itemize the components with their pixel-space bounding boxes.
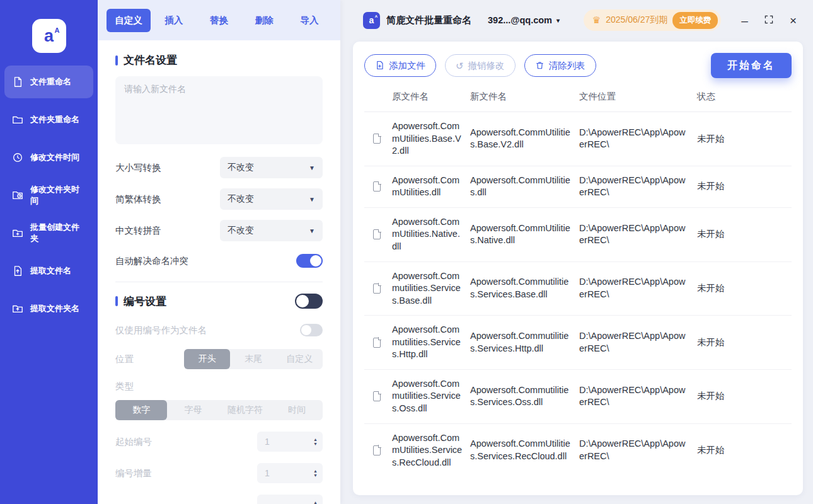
start-rename-button[interactable]: 开始命名 — [711, 53, 792, 78]
table-row[interactable]: Apowersoft.Commutilities.Services.Http.d… — [364, 316, 792, 370]
tab-delete[interactable]: 删除 — [242, 9, 286, 32]
add-files-button[interactable]: 添加文件 — [364, 54, 436, 77]
type-option-number[interactable]: 数字 — [115, 400, 167, 420]
minimize-button[interactable]: – — [741, 14, 748, 26]
status-label: 未开始 — [697, 336, 792, 349]
status-label: 未开始 — [697, 133, 792, 146]
account-menu[interactable]: 392...@qq.com ▾ — [488, 15, 560, 25]
new-filename: Apowersoft.CommUtilities.Base.V2.dll — [470, 127, 579, 151]
sidebar-item-extract-filenames[interactable]: 提取文件名 — [4, 255, 93, 287]
table-row[interactable]: Apowersoft.CommUtilities.Native.dll Apow… — [364, 208, 792, 262]
start-number-stepper[interactable]: 1 ▲ ▼ — [257, 432, 323, 452]
stepper-up-icon[interactable]: ▲ — [313, 500, 318, 504]
sidebar-item-folder-rename[interactable]: 文件夹重命名 — [4, 103, 93, 136]
position-row: 位置 开头 末尾 自定义 — [115, 349, 323, 369]
tab-custom[interactable]: 自定义 — [107, 9, 151, 32]
position-option-custom[interactable]: 自定义 — [277, 349, 323, 369]
table-header: 原文件名 新文件名 文件位置 状态 — [364, 78, 792, 112]
chevron-down-icon: ▼ — [309, 164, 315, 171]
extract-folder-icon — [11, 302, 24, 315]
type-option-letter[interactable]: 字母 — [167, 400, 219, 420]
stepper-up-icon[interactable]: ▲ — [313, 469, 318, 473]
status-label: 未开始 — [697, 282, 792, 295]
folder-time-icon — [11, 189, 24, 202]
pinyin-convert-label: 中文转拼音 — [115, 225, 161, 237]
app-logo: a A — [32, 19, 66, 53]
toggle-knob — [296, 295, 309, 307]
only-number-label: 仅使用编号作为文件名 — [115, 324, 207, 336]
pinyin-convert-select[interactable]: 不改变 ▼ — [220, 220, 323, 241]
add-file-icon — [375, 60, 384, 71]
sidebar-item-file-rename[interactable]: 文件重命名 — [4, 66, 93, 98]
trad-convert-select[interactable]: 不改变 ▼ — [220, 188, 323, 210]
numbering-toggle[interactable] — [295, 294, 323, 309]
stepper-up-icon[interactable]: ▲ — [313, 437, 318, 442]
tab-replace[interactable]: 替换 — [197, 9, 241, 32]
stepper-arrows: ▲ ▼ — [313, 437, 318, 446]
sidebar-item-folder-time[interactable]: 修改文件夹时间 — [4, 179, 93, 212]
cropped-stepper[interactable]: ▲ ▼ — [257, 495, 323, 504]
auto-resolve-label: 自动解决命名冲突 — [115, 255, 188, 267]
sidebar-item-label: 提取文件名 — [30, 265, 71, 277]
create-folders-icon — [11, 227, 24, 239]
new-filename-input[interactable] — [115, 76, 323, 144]
position-option-end[interactable]: 末尾 — [230, 349, 276, 369]
file-rename-icon — [11, 76, 24, 88]
file-location: D:\ApowerREC\App\ApowerREC\ — [579, 330, 697, 355]
stepper-arrows: ▲ ▼ — [313, 469, 318, 478]
status-label: 未开始 — [697, 228, 792, 241]
table-row[interactable]: Apowersoft.CommUtilities.dll Apowersoft.… — [364, 166, 792, 208]
table-row[interactable]: Apowersoft.CommUtilities.Services.RecClo… — [364, 424, 792, 478]
sidebar-item-label: 文件夹重命名 — [30, 114, 79, 125]
trad-convert-row: 简繁体转换 不改变 ▼ — [115, 188, 323, 210]
new-filename: Apowersoft.Commutilities.Services.Oss.dl… — [470, 384, 579, 409]
sidebar-item-batch-create-folder[interactable]: 批量创建文件夹 — [4, 217, 93, 249]
new-filename: Apowersoft.CommUtilities.dll — [470, 175, 579, 199]
only-number-toggle[interactable] — [300, 324, 323, 336]
accent-bar — [115, 296, 118, 306]
auto-resolve-toggle[interactable] — [296, 254, 323, 268]
close-button[interactable]: × — [790, 14, 797, 26]
toolbar: 添加文件 ↺ 撤销修改 清除列表 开始命名 — [364, 53, 792, 78]
logo-letter-small: A — [55, 26, 60, 34]
table-row[interactable]: Apowersoft.Commutilities.Services.Base.d… — [364, 262, 792, 316]
type-option-random[interactable]: 随机字符 — [219, 400, 271, 420]
sidebar: a A 文件重命名 文件夹重命名 修改文件时间 修改文件夹时间 — [0, 0, 98, 504]
new-filename: Apowersoft.Commutilities.Services.Http.d… — [470, 330, 579, 355]
sidebar-item-label: 修改文件时间 — [30, 152, 79, 163]
increment-stepper[interactable]: 1 ▲ ▼ — [257, 463, 323, 483]
type-option-time[interactable]: 时间 — [271, 400, 323, 420]
header-original: 原文件名 — [392, 91, 470, 103]
position-option-start[interactable]: 开头 — [184, 349, 230, 369]
settings-panel: 自定义 插入 替换 删除 导入 文件名设置 大小写转换 不改变 ▼ 简繁体转换 … — [98, 0, 340, 504]
file-location: D:\ApowerREC\App\ApowerREC\ — [579, 175, 697, 199]
accent-bar — [115, 55, 118, 66]
new-filename: Apowersoft.Commutilities.Services.Base.d… — [470, 276, 579, 301]
file-time-icon — [11, 151, 24, 164]
case-convert-select[interactable]: 不改变 ▼ — [220, 157, 323, 178]
tab-insert[interactable]: 插入 — [152, 9, 196, 32]
undo-button[interactable]: ↺ 撤销修改 — [445, 54, 516, 77]
sidebar-item-extract-foldernames[interactable]: 提取文件夹名 — [4, 292, 93, 325]
app-icon: aA — [363, 12, 380, 29]
license-expiry: 2025/06/27到期 — [606, 14, 667, 26]
clear-list-button[interactable]: 清除列表 — [524, 54, 596, 77]
original-filename: Apowersoft.CommUtilities.Base.V2.dll — [392, 120, 470, 158]
table-row[interactable]: Apowersoft.CommUtilities.Base.V2.dll Apo… — [364, 112, 792, 166]
title-bar: aA 简鹿文件批量重命名 392...@qq.com ▾ ♛ 2025/06/2… — [340, 0, 813, 40]
type-label: 类型 — [115, 381, 323, 392]
tab-import[interactable]: 导入 — [287, 9, 332, 32]
auto-resolve-row: 自动解决命名冲突 — [115, 254, 323, 268]
renew-button[interactable]: 立即续费 — [672, 12, 718, 29]
sidebar-item-file-time[interactable]: 修改文件时间 — [4, 141, 93, 174]
main-area: aA 简鹿文件批量重命名 392...@qq.com ▾ ♛ 2025/06/2… — [340, 0, 813, 504]
maximize-button[interactable] — [764, 14, 774, 26]
position-label: 位置 — [115, 353, 134, 365]
original-filename: Apowersoft.CommUtilities.dll — [392, 175, 470, 199]
stepper-down-icon[interactable]: ▼ — [313, 442, 318, 446]
file-location: D:\ApowerREC\App\ApowerREC\ — [579, 222, 697, 247]
table-row[interactable]: Apowersoft.Commutilities.Services.Oss.dl… — [364, 370, 792, 424]
stepper-down-icon[interactable]: ▼ — [313, 473, 318, 478]
settings-body: 文件名设置 大小写转换 不改变 ▼ 简繁体转换 不改变 ▼ 中文转拼音 不改变 … — [98, 40, 340, 504]
app-title: 简鹿文件批量重命名 — [386, 14, 471, 26]
